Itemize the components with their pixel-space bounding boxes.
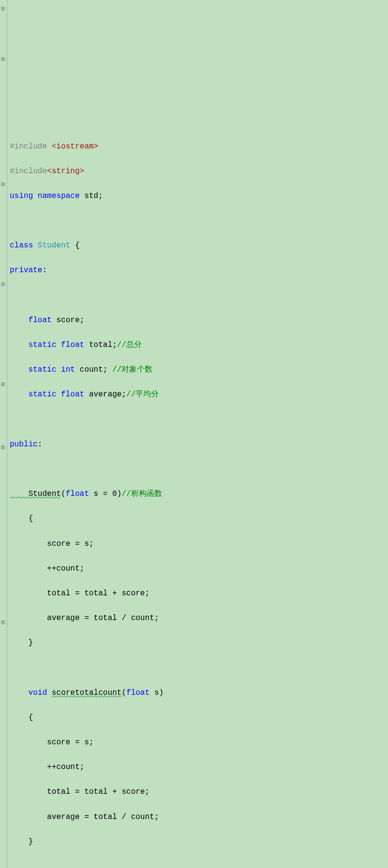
code-line: class Student { xyxy=(9,240,388,252)
code-line: { xyxy=(9,513,388,525)
code-line: #include <iostream> xyxy=(9,141,388,153)
fold-icon[interactable]: ⊟ xyxy=(1,280,5,288)
code-editor: ⊟ ⊟ ⊟ ⊟ ⊟ ⊟ ⊟ #include <iostream> #inclu… xyxy=(0,0,388,868)
code-line: average = total / count; xyxy=(9,612,388,625)
code-line xyxy=(9,290,388,302)
code-line: void scoretotalcount(float s) xyxy=(9,687,388,700)
code-line: Student(float s = 0)//析构函数 xyxy=(9,488,388,501)
fold-icon[interactable]: ⊟ xyxy=(1,180,5,188)
code-line: average = total / count; xyxy=(9,811,388,824)
code-line: total = total + score; xyxy=(9,588,388,600)
code-line: #include<string> xyxy=(9,165,388,178)
fold-icon[interactable]: ⊟ xyxy=(1,619,5,626)
code-line: score = s; xyxy=(9,538,388,551)
code-line: float score; xyxy=(9,314,388,327)
fold-icon[interactable]: ⊟ xyxy=(1,443,5,451)
fold-icon[interactable]: ⊟ xyxy=(1,380,5,388)
code-line xyxy=(9,463,388,476)
code-line: ++count; xyxy=(9,761,388,774)
fold-icon[interactable]: ⊟ xyxy=(1,55,5,63)
code-line: score = s; xyxy=(9,737,388,749)
code-line: static float average;//平均分 xyxy=(9,389,388,401)
code-line xyxy=(9,861,388,868)
gutter xyxy=(0,0,7,868)
code-line: static float total;//总分 xyxy=(9,339,388,352)
code-line xyxy=(9,662,388,674)
code-line xyxy=(9,414,388,426)
fold-icon[interactable]: ⊟ xyxy=(1,5,5,13)
code-line: static int count; //对象个数 xyxy=(9,364,388,377)
code-line: using namespace std; xyxy=(9,190,388,203)
code-line: ++count; xyxy=(9,563,388,575)
code-line xyxy=(9,215,388,228)
code-line: private: xyxy=(9,264,388,277)
code-line: total = total + score; xyxy=(9,786,388,799)
code-line: public: xyxy=(9,439,388,451)
code-line: } xyxy=(9,836,388,849)
code-line: { xyxy=(9,712,388,724)
code-line: } xyxy=(9,637,388,650)
